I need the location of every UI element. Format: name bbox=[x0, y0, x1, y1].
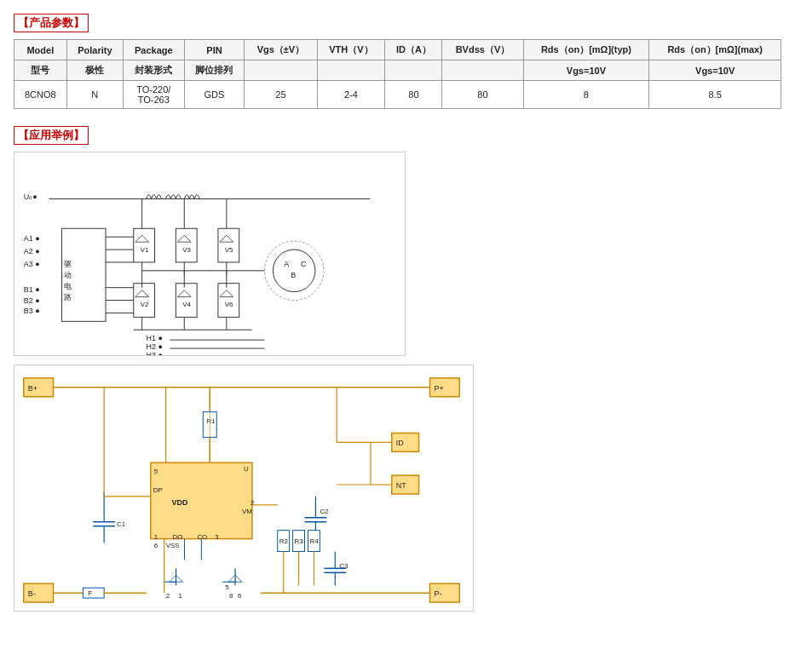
col-vth: VTH（V） bbox=[317, 40, 385, 60]
svg-text:V3: V3 bbox=[182, 246, 191, 254]
svg-text:V1: V1 bbox=[141, 246, 149, 254]
svg-text:R1: R1 bbox=[206, 417, 216, 425]
svg-rect-78 bbox=[151, 462, 252, 538]
col-rds-max-sub: Vgs=10V bbox=[649, 60, 781, 81]
svg-marker-21 bbox=[135, 235, 149, 242]
svg-text:驱: 驱 bbox=[64, 260, 72, 268]
col-jiaowei: 脚位排列 bbox=[184, 60, 245, 81]
svg-text:V4: V4 bbox=[182, 301, 191, 308]
cell-pin: GDS bbox=[184, 81, 245, 109]
cell-model: 8CNO8 bbox=[14, 81, 67, 109]
svg-text:R2: R2 bbox=[279, 537, 289, 545]
svg-text:A1 ●: A1 ● bbox=[24, 234, 40, 243]
svg-text:1: 1 bbox=[179, 592, 183, 600]
circuit-diagrams: U₀● A1 ● A2 ● A3 ● B1 ● B2 ● B3 ● 驱 动 电 … bbox=[14, 152, 781, 612]
svg-marker-26 bbox=[135, 290, 149, 297]
svg-text:DO: DO bbox=[173, 533, 183, 541]
svg-text:V6: V6 bbox=[225, 301, 233, 308]
col-vgs: Vgs（±V） bbox=[245, 40, 317, 60]
svg-text:R4: R4 bbox=[309, 537, 319, 545]
svg-text:H3 ●: H3 ● bbox=[147, 351, 163, 355]
svg-marker-30 bbox=[177, 235, 191, 242]
svg-text:A: A bbox=[284, 260, 289, 268]
col-xinghaoCN: 型号 bbox=[14, 60, 67, 81]
svg-text:P+: P+ bbox=[434, 384, 443, 393]
table-header-row1: Model Polarity Package PIN Vgs（±V） VTH（V… bbox=[14, 40, 781, 60]
svg-text:路: 路 bbox=[64, 293, 72, 302]
cell-package: TO-220/TO-263 bbox=[123, 81, 184, 109]
svg-text:5: 5 bbox=[225, 583, 229, 591]
svg-text:5: 5 bbox=[154, 468, 158, 475]
col-rds-typ: Rds（on）[mΩ](typ) bbox=[523, 40, 649, 60]
svg-text:A2 ●: A2 ● bbox=[24, 247, 40, 256]
app-example-title: 【应用举例】 bbox=[14, 126, 89, 145]
svg-text:C: C bbox=[301, 260, 307, 268]
svg-text:V5: V5 bbox=[225, 246, 233, 254]
svg-text:1: 1 bbox=[154, 533, 158, 541]
svg-text:P-: P- bbox=[434, 589, 441, 598]
product-params-section: 【产品参数】 Model Polarity Package PIN Vgs（±V… bbox=[14, 14, 781, 109]
svg-marker-44 bbox=[220, 290, 233, 297]
cell-vgs: 25 bbox=[245, 81, 317, 109]
svg-text:8: 8 bbox=[229, 592, 233, 600]
svg-text:CO: CO bbox=[197, 533, 207, 541]
svg-text:B3 ●: B3 ● bbox=[24, 307, 40, 315]
col-model: Model bbox=[14, 40, 67, 60]
svg-marker-35 bbox=[177, 290, 191, 297]
svg-text:ID: ID bbox=[396, 439, 404, 447]
svg-text:A3 ●: A3 ● bbox=[24, 260, 40, 268]
bms-circuit: B+ P+ ID NT R1 bbox=[14, 365, 474, 612]
bms-circuit-svg: B+ P+ ID NT R1 bbox=[14, 365, 473, 611]
svg-text:V2: V2 bbox=[141, 301, 149, 308]
cell-id: 80 bbox=[385, 81, 442, 109]
col-id: ID（A） bbox=[385, 40, 442, 60]
col-bvdss: BVdss（V） bbox=[442, 40, 523, 60]
svg-text:VM: VM bbox=[242, 508, 252, 515]
col-vth-sub bbox=[317, 60, 385, 81]
cell-rds-typ: 8 bbox=[523, 81, 649, 109]
col-jixingCN: 极性 bbox=[66, 60, 123, 81]
params-table: Model Polarity Package PIN Vgs（±V） VTH（V… bbox=[14, 39, 781, 109]
svg-text:NT: NT bbox=[396, 481, 406, 490]
col-fengzhuangCN: 封装形式 bbox=[123, 60, 184, 81]
col-vgs-sub bbox=[245, 60, 317, 81]
svg-text:B: B bbox=[291, 271, 296, 279]
svg-text:U: U bbox=[244, 465, 249, 473]
svg-text:3: 3 bbox=[215, 533, 219, 541]
svg-text:C1: C1 bbox=[117, 520, 126, 528]
svg-text:DP: DP bbox=[153, 486, 163, 494]
col-rds-max: Rds（on）[mΩ](max) bbox=[649, 40, 781, 60]
svg-text:6: 6 bbox=[238, 592, 242, 600]
col-polarity: Polarity bbox=[66, 40, 123, 60]
svg-text:R3: R3 bbox=[295, 537, 304, 545]
svg-text:动: 动 bbox=[64, 271, 72, 279]
svg-text:VDD: VDD bbox=[172, 498, 188, 507]
cell-rds-max: 8.5 bbox=[649, 81, 781, 109]
motor-drive-circuit: U₀● A1 ● A2 ● A3 ● B1 ● B2 ● B3 ● 驱 动 电 … bbox=[14, 152, 406, 356]
cell-vth: 2-4 bbox=[317, 81, 385, 109]
table-row: 8CNO8 N TO-220/TO-263 GDS 25 2-4 80 80 8… bbox=[14, 81, 781, 109]
svg-text:H1 ●: H1 ● bbox=[147, 334, 163, 342]
svg-text:电: 电 bbox=[64, 282, 72, 290]
product-params-title: 【产品参数】 bbox=[14, 14, 89, 32]
table-header-row2: 型号 极性 封装形式 脚位排列 Vgs=10V Vgs=10V bbox=[14, 60, 781, 81]
svg-text:F: F bbox=[88, 589, 92, 597]
svg-text:C3: C3 bbox=[339, 562, 349, 570]
svg-text:B+: B+ bbox=[28, 384, 37, 393]
svg-text:2: 2 bbox=[251, 499, 255, 507]
svg-rect-109 bbox=[83, 588, 104, 598]
svg-text:B-: B- bbox=[28, 589, 36, 598]
cell-bvdss: 80 bbox=[442, 81, 523, 109]
col-package: Package bbox=[123, 40, 184, 60]
svg-text:C2: C2 bbox=[320, 508, 329, 515]
svg-text:2: 2 bbox=[166, 592, 170, 600]
col-rds-typ-sub: Vgs=10V bbox=[523, 60, 649, 81]
col-pin: PIN bbox=[184, 40, 245, 60]
svg-text:VSS: VSS bbox=[166, 542, 180, 549]
application-example-section: 【应用举例】 U₀● A1 ● A2 ● A3 ● B1 ● B2 ● B3 ●… bbox=[14, 126, 781, 612]
svg-text:6: 6 bbox=[154, 542, 158, 549]
cell-polarity: N bbox=[66, 81, 123, 109]
col-bvdss-sub bbox=[442, 60, 523, 81]
svg-text:H2 ●: H2 ● bbox=[147, 342, 163, 351]
svg-text:B2 ●: B2 ● bbox=[24, 296, 40, 305]
